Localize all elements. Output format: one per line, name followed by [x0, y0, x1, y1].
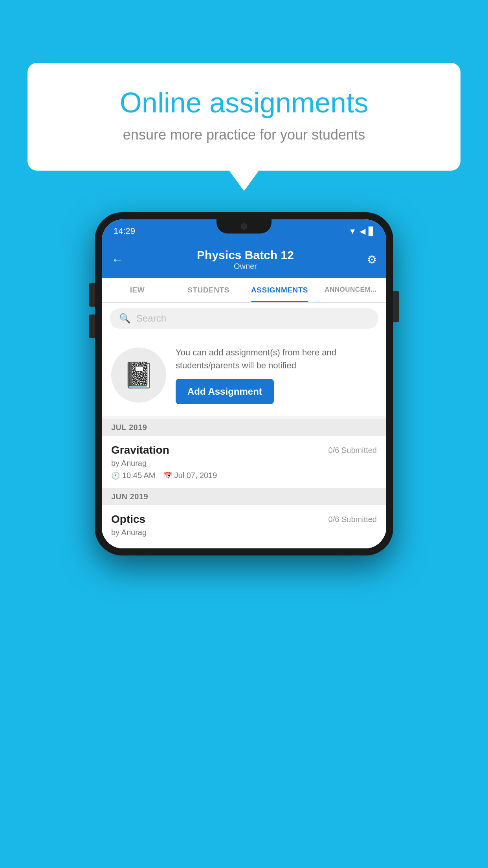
assignment-by: by Anurag — [111, 459, 377, 468]
tabs-bar: IEW STUDENTS ASSIGNMENTS ANNOUNCEM... — [102, 278, 386, 303]
notebook-icon: 📓 — [123, 360, 154, 390]
assignment-row1-optics: Optics 0/6 Submitted — [111, 513, 377, 526]
assignment-name: Gravitation — [111, 444, 169, 456]
volume-up-button[interactable] — [89, 283, 95, 307]
promo-icon-circle: 📓 — [111, 348, 166, 403]
header-title-group: Physics Batch 12 Owner — [197, 248, 294, 271]
status-icons: ▼ ◀ ▊ — [349, 226, 374, 236]
speech-bubble-title: Online assignments — [59, 86, 429, 119]
header-subtitle: Owner — [197, 262, 294, 271]
speech-bubble: Online assignments ensure more practice … — [28, 63, 460, 171]
tab-assignments[interactable]: ASSIGNMENTS — [244, 278, 315, 302]
assignment-item-gravitation[interactable]: Gravitation 0/6 Submitted by Anurag 🕐 10… — [102, 436, 386, 488]
speech-bubble-tail — [228, 169, 260, 191]
assignment-submitted: 0/6 Submitted — [328, 446, 377, 455]
wifi-icon: ▼ — [349, 227, 356, 236]
promo-text-group: You can add assignment(s) from here and … — [176, 346, 377, 404]
search-placeholder: Search — [136, 313, 166, 324]
clock-icon: 🕐 — [111, 471, 120, 480]
search-icon: 🔍 — [119, 313, 131, 324]
volume-down-button[interactable] — [89, 314, 95, 338]
assignment-submitted-optics: 0/6 Submitted — [328, 515, 377, 524]
signal-icon: ◀ — [360, 226, 365, 236]
search-bar-wrap: 🔍 Search — [102, 303, 386, 334]
status-bar: 14:29 ▼ ◀ ▊ — [102, 219, 386, 243]
speech-bubble-subtitle: ensure more practice for your students — [59, 127, 429, 143]
battery-icon: ▊ — [369, 226, 374, 236]
power-button[interactable] — [393, 291, 399, 322]
assignment-name-optics: Optics — [111, 513, 145, 526]
assignment-meta: 🕐 10:45 AM 📅 Jul 07, 2019 — [111, 471, 377, 480]
header-title: Physics Batch 12 — [197, 248, 294, 262]
promo-description: You can add assignment(s) from here and … — [176, 346, 377, 372]
section-header-jun: JUN 2019 — [102, 488, 386, 505]
notch — [216, 219, 272, 234]
assignment-by-optics: by Anurag — [111, 528, 377, 537]
tab-announcements[interactable]: ANNOUNCEM... — [315, 278, 386, 302]
tab-iew[interactable]: IEW — [102, 278, 173, 302]
assignment-time: 10:45 AM — [122, 471, 156, 480]
promo-section: 📓 You can add assignment(s) from here an… — [102, 334, 386, 416]
assignment-item-optics[interactable]: Optics 0/6 Submitted by Anurag — [102, 505, 386, 548]
meta-date: 📅 Jul 07, 2019 — [163, 471, 217, 480]
section-header-jul: JUL 2019 — [102, 419, 386, 436]
camera-icon — [241, 223, 247, 230]
assignment-date: Jul 07, 2019 — [174, 471, 217, 480]
speech-bubble-container: Online assignments ensure more practice … — [28, 63, 460, 171]
back-button[interactable]: ← — [111, 252, 124, 267]
settings-button[interactable]: ⚙ — [367, 253, 377, 266]
add-assignment-button[interactable]: Add Assignment — [176, 379, 274, 404]
meta-time: 🕐 10:45 AM — [111, 471, 156, 480]
search-bar[interactable]: 🔍 Search — [110, 308, 378, 329]
calendar-icon: 📅 — [163, 471, 172, 480]
app-header: ← Physics Batch 12 Owner ⚙ — [102, 243, 386, 278]
assignment-row1: Gravitation 0/6 Submitted — [111, 444, 377, 456]
phone-outer: 14:29 ▼ ◀ ▊ ← Physics Batch 12 Owner ⚙ — [95, 212, 393, 555]
tab-students[interactable]: STUDENTS — [173, 278, 244, 302]
status-time: 14:29 — [114, 226, 135, 236]
phone-screen: 14:29 ▼ ◀ ▊ ← Physics Batch 12 Owner ⚙ — [102, 219, 386, 548]
content-area: 🔍 Search 📓 You can add assignment(s) fro… — [102, 303, 386, 548]
phone-wrapper: 14:29 ▼ ◀ ▊ ← Physics Batch 12 Owner ⚙ — [95, 212, 393, 555]
